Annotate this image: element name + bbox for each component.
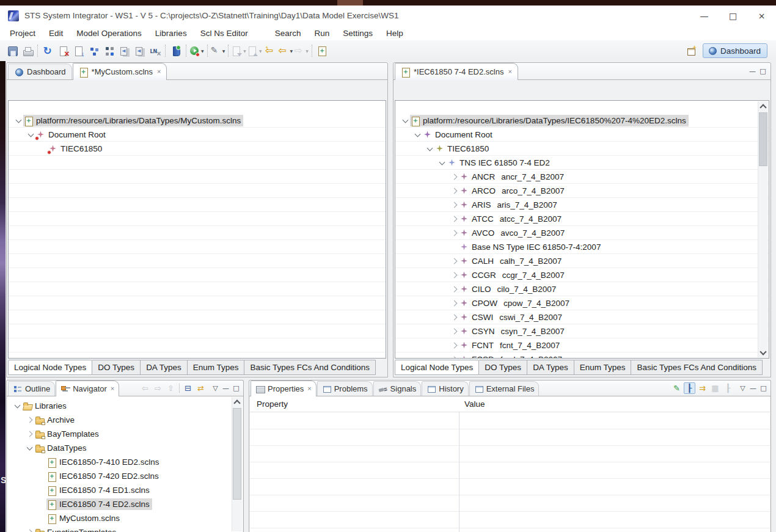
tree-row[interactable]: platform:/resource/Libraries/DataTypes/M… [9, 114, 386, 128]
ln-delete-icon[interactable]: LN [148, 43, 162, 58]
editor-page-tab[interactable]: Logical Node Types [395, 360, 479, 375]
refresh-icon[interactable]: ↻ [41, 43, 55, 58]
nav-up-icon[interactable]: ⇧ [165, 382, 177, 394]
tree-row[interactable]: BayTemplates [7, 427, 232, 441]
check-out-icon[interactable] [247, 43, 262, 58]
menu-item[interactable]: Model Operations [70, 27, 148, 39]
expander-icon[interactable] [449, 214, 459, 224]
editor-page-tab[interactable]: DA Types [141, 360, 188, 375]
table-mode-icon[interactable]: ▦ [709, 382, 721, 394]
scroll-up-icon[interactable] [232, 397, 242, 407]
tab-dashboard[interactable]: Dashboard [8, 64, 72, 79]
tree-row[interactable]: TNS IEC 61850 7-4 ED2 [395, 156, 769, 170]
compare-models-icon[interactable] [117, 43, 131, 58]
expander-icon[interactable] [437, 158, 447, 168]
tree-mode-icon[interactable]: ┠ [684, 382, 695, 394]
back-icon[interactable]: ⇦ [279, 43, 293, 58]
expander-icon[interactable] [24, 528, 34, 532]
scroll-up-icon[interactable] [758, 101, 768, 111]
expander-icon[interactable] [449, 341, 459, 351]
expander-icon[interactable] [412, 130, 422, 140]
expander-icon[interactable] [37, 514, 46, 523]
tree-row[interactable]: Document Root [9, 128, 386, 142]
editor-page-tab[interactable]: Logical Node Types [8, 360, 92, 375]
window-close-button[interactable]: × [747, 5, 776, 26]
tree-row[interactable]: IEC61850 7-4 ED1.sclns [7, 483, 232, 497]
tree-row[interactable]: DataTypes [7, 441, 232, 455]
tree-row[interactable]: TIEC61850 [9, 142, 386, 156]
import-model-icon[interactable] [71, 43, 86, 58]
tree-row[interactable]: platform:/resource/Libraries/DataTypes/I… [395, 114, 769, 128]
expander-icon[interactable] [449, 172, 459, 182]
link-model-icon[interactable] [87, 43, 101, 58]
filter-properties-icon[interactable]: ┠ [722, 382, 734, 394]
back-new-icon[interactable]: ⇦ [263, 43, 277, 58]
expander-icon[interactable] [400, 116, 410, 126]
tree-row[interactable]: CCGR ccgr_7_4_B2007 [395, 268, 769, 282]
expander-icon[interactable] [24, 429, 34, 439]
tree-row[interactable]: CSWI cswi_7_4_B2007 [395, 310, 769, 324]
expander-icon[interactable] [449, 200, 459, 210]
marker-pen-icon[interactable]: ✎ [211, 43, 225, 58]
sort-properties-icon[interactable]: ⇉ [697, 382, 708, 394]
tree-row[interactable]: ATCC atcc_7_4_B2007 [395, 212, 769, 226]
tree-row[interactable]: FunctionTemplates [7, 525, 232, 532]
tree-row[interactable]: TIEC61850 [395, 142, 769, 156]
dropdown-arrow-icon[interactable] [306, 49, 309, 53]
expander-icon[interactable] [37, 486, 46, 495]
bookmark-icon[interactable] [169, 43, 183, 58]
minimize-view-icon[interactable]: — [221, 383, 231, 393]
new-sclns-icon[interactable] [315, 43, 329, 58]
expander-icon[interactable] [449, 257, 459, 266]
minimize-view-icon[interactable]: — [748, 383, 758, 393]
node-tool-icon[interactable] [102, 43, 116, 58]
tree-row[interactable]: CILO cilo_7_4_B2007 [395, 282, 769, 296]
menu-item[interactable]: Settings [336, 27, 379, 39]
menu-item[interactable]: Scl Ns Editor [194, 27, 255, 39]
tree-row[interactable]: CALH calh_7_4_B2007 [395, 254, 769, 268]
dropdown-arrow-icon[interactable] [259, 49, 262, 53]
tree-row[interactable]: ARIS aris_7_4_B2007 [395, 198, 769, 212]
close-tab-icon[interactable] [307, 385, 311, 392]
window-maximize-button[interactable]: □ [719, 5, 747, 26]
editor-page-tab[interactable]: Basic Types FCs And Conditions [244, 360, 376, 375]
tab-signals[interactable]: Signals [373, 381, 422, 396]
expander-icon[interactable] [24, 443, 34, 453]
tab-outline[interactable]: Outline [8, 381, 55, 396]
nav-back-icon[interactable]: ⇦ [139, 382, 151, 394]
tab-iec61850-7-4-ed2-sclns[interactable]: *IEC61850 7-4 ED2.sclns [395, 63, 518, 80]
tree-row[interactable]: ARCO arco_7_4_B2007 [395, 184, 769, 198]
expander-icon[interactable] [12, 401, 22, 411]
tab-problems[interactable]: Problems [317, 381, 373, 396]
scroll-down-icon[interactable] [758, 348, 768, 357]
close-tab-icon[interactable] [157, 68, 161, 75]
window-minimize-button[interactable]: — [690, 5, 719, 26]
editor-page-tab[interactable]: Enum Types [188, 360, 245, 375]
tree-row[interactable]: MyCustom.sclns [7, 511, 232, 525]
expander-icon[interactable] [449, 327, 459, 337]
expander-icon[interactable] [449, 313, 459, 322]
expander-icon[interactable] [13, 116, 23, 126]
expander-icon[interactable] [38, 144, 48, 154]
tree-row[interactable]: IEC61850-7-410 ED2.sclns [7, 455, 232, 469]
vertical-scrollbar[interactable] [232, 397, 242, 531]
value-column-header[interactable]: Value [459, 399, 485, 409]
expander-icon[interactable] [449, 355, 459, 359]
menu-item[interactable]: Project [3, 27, 42, 39]
editor-page-tab[interactable]: DO Types [92, 360, 141, 375]
expander-icon[interactable] [26, 130, 35, 140]
open-perspective-icon[interactable] [687, 46, 697, 56]
scrollbar-thumb[interactable] [233, 408, 241, 500]
maximize-view-icon[interactable]: □ [231, 383, 241, 393]
menu-item[interactable]: Edit [42, 27, 70, 39]
link-with-editor-icon[interactable]: ⇄ [195, 382, 207, 394]
nav-forward-icon[interactable]: ⇨ [152, 382, 164, 394]
run-icon[interactable] [189, 43, 204, 58]
dropdown-arrow-icon[interactable] [222, 49, 225, 53]
column-divider[interactable] [459, 396, 459, 532]
dropdown-arrow-icon[interactable] [290, 49, 293, 53]
new-property-icon[interactable]: ✎ [671, 382, 683, 394]
save-icon[interactable] [5, 43, 19, 58]
check-in-icon[interactable] [232, 43, 246, 58]
tree-row[interactable]: CSYN csyn_7_4_B2007 [395, 324, 769, 338]
